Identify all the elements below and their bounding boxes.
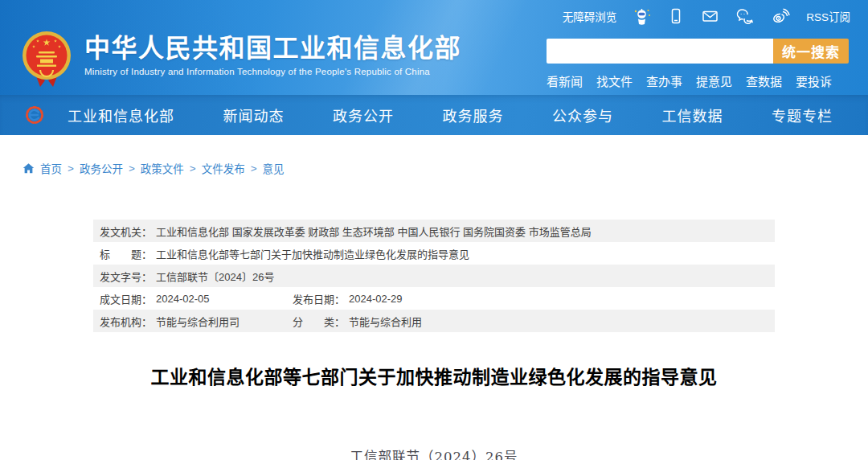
field-value: 工业和信息化部 国家发展改革委 财政部 生态环境部 中国人民银行 国务院国资委 …	[156, 224, 592, 239]
nav-item-participation[interactable]: 公众参与	[552, 105, 613, 125]
breadcrumb-policy-files[interactable]: 政策文件	[141, 160, 184, 176]
breadcrumb-separator: >	[251, 162, 257, 175]
field-value: 2024-02-29	[349, 293, 403, 305]
nav-item-ministry[interactable]: 工业和信息化部	[68, 105, 174, 125]
table-row-doc-number: 发文字号： 工信部联节〔2024〕26号	[93, 265, 775, 287]
table-cell: 发文字号： 工信部联节〔2024〕26号	[100, 269, 274, 284]
breadcrumb-current-opinions[interactable]: 意见	[263, 160, 285, 176]
breadcrumb-file-release[interactable]: 文件发布	[202, 160, 245, 176]
brand-text: 中华人民共和国工业和信息化部 Ministry of Industry and …	[84, 32, 461, 76]
field-label: 发布日期：	[293, 291, 345, 306]
table-row-title: 标 题： 工业和信息化部等七部门关于加快推动制造业绿色化发展的指导意见	[93, 242, 775, 265]
envelope-icon[interactable]	[701, 7, 719, 25]
site-title-cn: 中华人民共和国工业和信息化部	[84, 32, 461, 64]
field-value: 节能与综合利用司	[156, 314, 240, 329]
utility-bar: 无障碍浏览	[0, 0, 868, 32]
home-icon[interactable]	[23, 162, 35, 175]
site-header: 无障碍浏览	[0, 0, 868, 95]
field-label: 发布机构：	[100, 314, 152, 329]
table-cell: 标 题： 工业和信息化部等七部门关于加快推动制造业绿色化发展的指导意见	[100, 246, 469, 261]
quick-link-files[interactable]: 找文件	[596, 72, 633, 89]
breadcrumb-gov-openness[interactable]: 政务公开	[80, 160, 123, 176]
quick-link-data[interactable]: 查数据	[746, 72, 782, 89]
breadcrumb-separator: >	[190, 162, 196, 175]
field-value: 工信部联节〔2024〕26号	[156, 269, 274, 284]
table-cell: 发布日期： 2024-02-29	[293, 291, 403, 306]
table-cell: 分 类： 节能与综合利用	[293, 314, 422, 329]
nav-items: 工业和信息化部 新闻动态 政务公开 政务服务 公众参与 工信数据 专题专栏	[68, 105, 844, 125]
nav-item-special-topics[interactable]: 专题专栏	[772, 105, 833, 125]
table-row-dates: 成文日期： 2024-02-05 发布日期： 2024-02-29	[93, 287, 775, 310]
quick-link-news[interactable]: 看新闻	[547, 72, 583, 89]
breadcrumb-home[interactable]: 首页	[40, 160, 62, 176]
search-bar: 统一搜索	[547, 39, 849, 64]
table-cell: 发布机构： 节能与综合利用司	[100, 314, 293, 329]
site-title-en: Ministry of Industry and Information Tec…	[84, 67, 461, 76]
search-area: 统一搜索 看新闻 找文件 查办事 提意见 查数据 要投诉	[547, 39, 849, 89]
weibo-icon[interactable]	[771, 7, 790, 25]
rss-link[interactable]: RSS订阅	[806, 8, 850, 24]
breadcrumb-separator: >	[129, 162, 135, 175]
miit-e-logo-icon	[24, 105, 45, 125]
main-nav: 工业和信息化部 新闻动态 政务公开 政务服务 公众参与 工信数据 专题专栏	[0, 95, 868, 135]
nav-item-news[interactable]: 新闻动态	[223, 105, 285, 125]
field-label: 标 题：	[100, 246, 152, 261]
table-row-issuing-authority: 发文机关： 工业和信息化部 国家发展改革委 财政部 生态环境部 中国人民银行 国…	[93, 220, 775, 242]
mobile-phone-icon[interactable]	[667, 7, 685, 25]
nav-item-miit-data[interactable]: 工信数据	[662, 105, 723, 125]
field-label: 发文机关：	[100, 224, 152, 239]
quick-link-services[interactable]: 查办事	[646, 72, 682, 89]
wechat-icon[interactable]	[735, 7, 755, 25]
breadcrumb-separator: >	[68, 162, 74, 175]
table-cell: 发文机关： 工业和信息化部 国家发展改革委 财政部 生态环境部 中国人民银行 国…	[100, 224, 592, 239]
accessibility-link[interactable]: 无障碍浏览	[563, 8, 617, 24]
field-label: 发文字号：	[100, 269, 152, 284]
field-value: 工业和信息化部等七部门关于加快推动制造业绿色化发展的指导意见	[156, 246, 469, 261]
article-doc-number: 工信部联节（2024）26号	[0, 446, 868, 460]
document-meta-table: 发文机关： 工业和信息化部 国家发展改革委 财政部 生态环境部 中国人民银行 国…	[93, 220, 775, 332]
field-value: 2024-02-05	[156, 293, 210, 305]
field-label: 分 类：	[293, 314, 345, 329]
breadcrumb: 首页 > 政务公开 > 政策文件 > 文件发布 > 意见	[23, 160, 868, 176]
table-cell: 成文日期： 2024-02-05	[100, 291, 293, 306]
robot-mascot-icon[interactable]	[633, 7, 651, 26]
article-title: 工业和信息化部等七部门关于加快推动制造业绿色化发展的指导意见	[0, 362, 868, 389]
field-value: 节能与综合利用	[349, 314, 422, 329]
unified-search-button[interactable]: 统一搜索	[773, 39, 849, 64]
search-quick-links: 看新闻 找文件 查办事 提意见 查数据 要投诉	[547, 72, 849, 89]
quick-link-suggest[interactable]: 提意见	[696, 72, 732, 89]
nav-item-gov-openness[interactable]: 政务公开	[333, 105, 394, 125]
quick-link-complaint[interactable]: 要投诉	[796, 72, 832, 89]
table-row-publisher-category: 发布机构： 节能与综合利用司 分 类： 节能与综合利用	[93, 310, 775, 332]
search-input[interactable]	[547, 39, 773, 64]
nav-item-gov-services[interactable]: 政务服务	[443, 105, 504, 125]
national-emblem-icon	[21, 31, 72, 88]
field-label: 成文日期：	[100, 291, 152, 306]
